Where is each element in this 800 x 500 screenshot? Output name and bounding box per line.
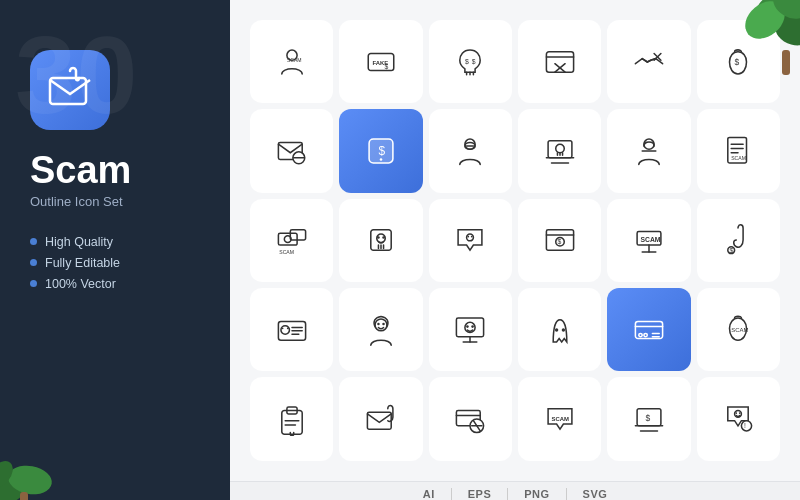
- svg-rect-20: [546, 51, 573, 71]
- svg-point-63: [471, 236, 473, 238]
- icon-cell-money-scam: SCAM: [250, 199, 333, 282]
- svg-point-83: [382, 322, 385, 325]
- icon-cell-email-hook: [339, 377, 422, 460]
- bullet-2: [30, 259, 37, 266]
- plant-top-right-decoration: [710, 0, 800, 110]
- svg-text:$: $: [472, 57, 476, 64]
- icon-cell-masked-person: [429, 109, 512, 192]
- svg-point-89: [472, 325, 475, 328]
- icon-cell-dollar-laptop: $: [607, 377, 690, 460]
- icon-cell-email-ban: [250, 109, 333, 192]
- svg-point-90: [555, 328, 558, 331]
- svg-point-75: [281, 325, 290, 334]
- icon-cell-monitor-skull: [429, 288, 512, 371]
- product-subtitle: Outline Icon Set: [30, 194, 131, 209]
- feature-item-3: 100% Vector: [30, 277, 120, 291]
- feature-item-2: Fully Editable: [30, 256, 120, 270]
- icon-cell-hooded-skull: [339, 288, 422, 371]
- svg-text:$: $: [384, 62, 388, 69]
- icon-cell-hacker: [607, 109, 690, 192]
- svg-text:$: $: [730, 247, 734, 254]
- svg-point-91: [561, 328, 564, 331]
- svg-point-117: [742, 421, 752, 431]
- svg-rect-9: [782, 50, 790, 75]
- icon-cell-handshake-x: [607, 20, 690, 103]
- svg-text:SCAM: SCAM: [279, 249, 294, 255]
- product-title: Scam: [30, 150, 131, 192]
- svg-text:$: $: [378, 144, 385, 158]
- icon-cell-chat-bubble-skull: !: [697, 377, 780, 460]
- icon-cell-skull-laptop: [518, 109, 601, 192]
- svg-text:SCAM: SCAM: [640, 236, 660, 243]
- plant-bottom-left-decoration: [0, 420, 80, 500]
- svg-rect-84: [457, 318, 484, 337]
- svg-point-82: [377, 322, 380, 325]
- background-number: 30: [15, 20, 137, 130]
- svg-point-115: [736, 412, 738, 414]
- svg-point-43: [644, 139, 654, 149]
- svg-point-95: [644, 333, 647, 336]
- feature-item-1: High Quality: [30, 235, 120, 249]
- svg-point-94: [639, 333, 642, 336]
- svg-text:SCAM: SCAM: [732, 155, 747, 161]
- svg-text:$: $: [557, 239, 561, 246]
- footer-bar: AI EPS PNG SVG: [230, 481, 800, 500]
- bullet-1: [30, 238, 37, 245]
- svg-point-61: [467, 234, 474, 241]
- features-list: High Quality Fully Editable 100% Vector: [30, 235, 120, 298]
- title-section: Scam Outline Icon Set: [30, 150, 131, 209]
- bullet-3: [30, 280, 37, 287]
- footer-divider-2: [507, 488, 508, 500]
- icon-cell-scam-chat: SCAM: [518, 377, 601, 460]
- icon-cell-skull-box: [339, 199, 422, 282]
- svg-text:SCAM: SCAM: [287, 57, 302, 63]
- footer-divider-1: [451, 488, 452, 500]
- icon-cell-chat-skull: [429, 199, 512, 282]
- footer-ai: AI: [423, 488, 435, 500]
- svg-text:SCAM: SCAM: [551, 416, 569, 422]
- svg-point-79: [281, 327, 283, 329]
- icon-cell-idcard-skull: [250, 288, 333, 371]
- svg-point-39: [555, 144, 564, 153]
- svg-rect-53: [290, 230, 305, 240]
- icon-cell-fake: FAKE $: [339, 20, 422, 103]
- svg-point-80: [287, 327, 289, 329]
- svg-point-116: [739, 412, 741, 414]
- svg-text:$: $: [465, 57, 469, 64]
- footer-svg: SVG: [583, 488, 608, 500]
- icon-cell-skull-dollar: $ $: [429, 20, 512, 103]
- icon-cell-browser-skull: $: [518, 199, 601, 282]
- svg-text:!: !: [744, 422, 746, 429]
- icon-cell-card-ban: [429, 377, 512, 460]
- icon-cell-ghost-skull: [518, 288, 601, 371]
- footer-png: PNG: [524, 488, 549, 500]
- icon-cell-scammer: SCAM: [250, 20, 333, 103]
- svg-point-88: [467, 325, 470, 328]
- svg-text:SCAM: SCAM: [732, 326, 749, 332]
- icon-cell-warning-highlighted: $: [339, 109, 422, 192]
- icon-cell-scam-document: SCAM: [697, 109, 780, 192]
- svg-point-57: [382, 237, 385, 240]
- svg-text:$: $: [646, 413, 651, 423]
- svg-point-32: [380, 158, 383, 161]
- icon-cell-scam-bag: SCAM: [697, 288, 780, 371]
- icon-cell-hook-dollar: $: [697, 199, 780, 282]
- icon-cell-id-badge-hook: [250, 377, 333, 460]
- left-panel: 30 Scam Outline Icon Set High Quality Fu…: [0, 0, 230, 500]
- footer-eps: EPS: [468, 488, 492, 500]
- icon-cell-scam-sign: SCAM: [607, 199, 690, 282]
- icon-cell-browser-x: [518, 20, 601, 103]
- svg-point-62: [468, 236, 470, 238]
- svg-rect-4: [20, 492, 28, 500]
- right-panel: SCAM FAKE $ $ $: [230, 0, 800, 500]
- icon-cell-credit-card-highlighted: [607, 288, 690, 371]
- svg-point-56: [377, 237, 380, 240]
- footer-divider-3: [566, 488, 567, 500]
